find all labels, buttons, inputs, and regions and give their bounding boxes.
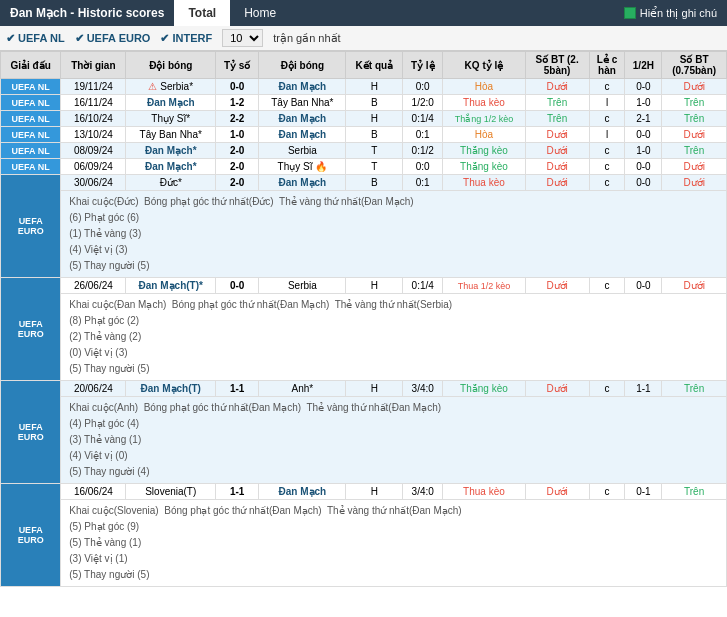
table-row: UEFA NL 16/11/24 Đan Mạch 1-2 Tây Ban Nh… [1, 95, 727, 111]
date-cell: 16/06/24 [61, 484, 126, 500]
ratio-cell: 0:1/4 [403, 278, 443, 294]
half-cell: 0-0 [625, 127, 662, 143]
kq-cell: Thắng kèo [443, 381, 526, 397]
header: Đan Mạch - Historic scores Total Home Hi… [0, 0, 727, 26]
filter-interf-label: INTERF [172, 32, 212, 44]
table-wrapper: Giải đấu Thời gian Đội bóng Tỷ số Đội bó… [0, 51, 727, 587]
bt-cell: Dưới [525, 143, 589, 159]
bt2-cell: Trên [662, 484, 727, 500]
kq-cell: Thua kèo [443, 95, 526, 111]
team2-cell: Đan Mạch [259, 79, 346, 95]
filter-uefa-euro[interactable]: ✔ UEFA EURO [75, 32, 151, 45]
table-row: UEFAEURO 20/06/24 Đan Mạch(T) 1-1 Anh* H… [1, 381, 727, 397]
le-cell: c [589, 175, 625, 191]
le-cell: c [589, 381, 625, 397]
league-cell: UEFAEURO [1, 278, 61, 381]
check-icon-euro: ✔ [75, 32, 84, 45]
table-row: UEFA NL 08/09/24 Đan Mạch* 2-0 Serbia T … [1, 143, 727, 159]
ratio-cell: 1/2:0 [403, 95, 443, 111]
result-cell: T [346, 143, 403, 159]
le-cell: c [589, 159, 625, 175]
bt-cell: Dưới [525, 175, 589, 191]
league-cell: UEFAEURO [1, 484, 61, 587]
table-row: UEFAEURO 30/06/24 Đức* 2-0 Đan Mạch B 0:… [1, 175, 727, 191]
bt2-cell: Dưới [662, 79, 727, 95]
bt-cell: Dưới [525, 159, 589, 175]
bt2-cell: Trên [662, 381, 727, 397]
filter-uefa-nl[interactable]: ✔ UEFA NL [6, 32, 65, 45]
team2-cell: Serbia [259, 278, 346, 294]
col-bt-2-5: Số BT (2.5bàn) [525, 52, 589, 79]
kq-cell: Thắng 1/2 kèo [443, 111, 526, 127]
bt2-cell: Trên [662, 143, 727, 159]
team2-cell: Đan Mạch [259, 127, 346, 143]
table-row: UEFA NL 06/09/24 Đan Mạch* 2-0 Thụy Sĩ 🔥… [1, 159, 727, 175]
result-cell: H [346, 111, 403, 127]
kq-cell: Hòa [443, 127, 526, 143]
team1-cell: Slovenia(T) [126, 484, 216, 500]
score-cell: 2-0 [216, 159, 259, 175]
le-cell: c [589, 79, 625, 95]
date-cell: 16/11/24 [61, 95, 126, 111]
table-row: UEFA NL 19/11/24 ⚠ Serbia* 0-0 Đan Mạch … [1, 79, 727, 95]
date-cell: 30/06/24 [61, 175, 126, 191]
half-cell: 2-1 [625, 111, 662, 127]
bt-cell: Dưới [525, 127, 589, 143]
kq-cell: Thua 1/2 kèo [443, 278, 526, 294]
table-row: UEFA NL 13/10/24 Tây Ban Nha* 1-0 Đan Mạ… [1, 127, 727, 143]
date-cell: 20/06/24 [61, 381, 126, 397]
check-icon-interf: ✔ [160, 32, 169, 45]
bt-cell: Dưới [525, 278, 589, 294]
score-cell: 2-2 [216, 111, 259, 127]
result-cell: T [346, 159, 403, 175]
bt-cell: Trên [525, 95, 589, 111]
col-bt-0-75: Số BT(0.75bàn) [662, 52, 727, 79]
col-half: 1/2H [625, 52, 662, 79]
half-cell: 1-0 [625, 143, 662, 159]
ratio-cell: 3/4:0 [403, 484, 443, 500]
kq-cell: Thua kèo [443, 175, 526, 191]
team2-cell: Thụy Sĩ 🔥 [259, 159, 346, 175]
ratio-cell: 0:1 [403, 175, 443, 191]
kq-cell: Thua kèo [443, 484, 526, 500]
bt2-cell: Dưới [662, 175, 727, 191]
header-right: Hiển thị ghi chú [614, 7, 727, 20]
bt2-cell: Dưới [662, 278, 727, 294]
half-cell: 0-0 [625, 79, 662, 95]
team1-cell: Đan Mạch(T) [126, 381, 216, 397]
bt2-cell: Dưới [662, 127, 727, 143]
team1-cell: Đan Mạch(T)* [126, 278, 216, 294]
detail-cell: Khai cuộc(Anh) Bóng phạt góc thứ nhất(Đa… [61, 397, 727, 484]
league-cell: UEFAEURO [1, 381, 61, 484]
score-cell: 1-2 [216, 95, 259, 111]
table-row: UEFA NL 16/10/24 Thụy Sĩ* 2-2 Đan Mạch H… [1, 111, 727, 127]
filter-interf[interactable]: ✔ INTERF [160, 32, 212, 45]
score-cell: 0-0 [216, 79, 259, 95]
half-cell: 0-0 [625, 175, 662, 191]
team1-cell: Đan Mạch* [126, 159, 216, 175]
team1-cell: Đan Mạch* [126, 143, 216, 159]
date-cell: 08/09/24 [61, 143, 126, 159]
half-cell: 0-0 [625, 278, 662, 294]
le-cell: c [589, 143, 625, 159]
app-container: Đan Mạch - Historic scores Total Home Hi… [0, 0, 727, 587]
ratio-cell: 0:1 [403, 127, 443, 143]
league-cell: UEFAEURO [1, 175, 61, 278]
result-cell: H [346, 278, 403, 294]
date-cell: 06/09/24 [61, 159, 126, 175]
detail-cell: Khai cuộc(Slovenia) Bóng phạt góc thứ nh… [61, 500, 727, 587]
kq-cell: Thắng kèo [443, 159, 526, 175]
half-cell: 0-0 [625, 159, 662, 175]
tab-home[interactable]: Home [230, 0, 290, 26]
team1-cell: Đan Mạch [126, 95, 216, 111]
match-count-select[interactable]: 10 20 30 [222, 29, 263, 47]
date-cell: 13/10/24 [61, 127, 126, 143]
filter-euro-label: UEFA EURO [87, 32, 151, 44]
result-cell: B [346, 95, 403, 111]
date-cell: 26/06/24 [61, 278, 126, 294]
tab-total[interactable]: Total [174, 0, 230, 26]
le-cell: c [589, 278, 625, 294]
team1-cell: Thụy Sĩ* [126, 111, 216, 127]
detail-row: Khai cuộc(Đức) Bóng phạt góc thứ nhất(Đứ… [1, 191, 727, 278]
col-le-c-han: Lẻ chàn [589, 52, 625, 79]
